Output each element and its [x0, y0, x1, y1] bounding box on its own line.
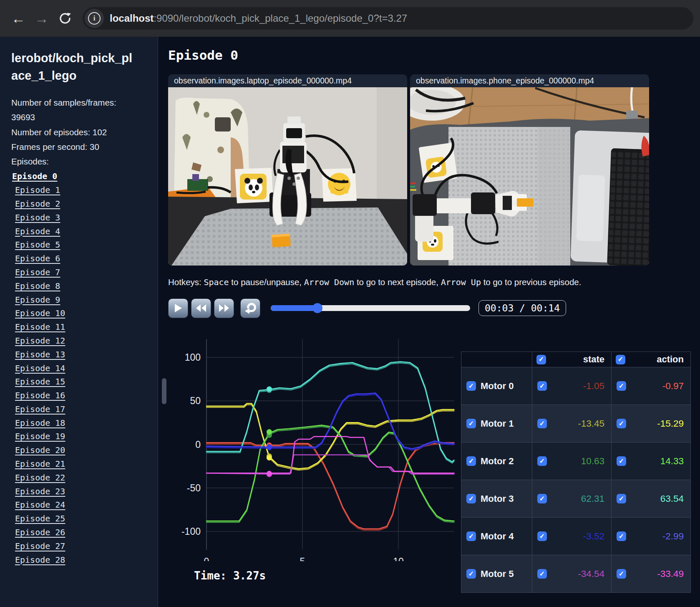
episode-link[interactable]: Episode 5 — [15, 238, 60, 252]
state-value: -13.45 — [578, 418, 604, 429]
episode-link[interactable]: Episode 28 — [15, 553, 65, 567]
episode-list-item: Episode 23 — [15, 485, 158, 498]
state-value: 10.63 — [581, 456, 604, 467]
action-checkbox[interactable] — [617, 531, 626, 541]
motor-checkbox[interactable] — [466, 494, 476, 503]
action-checkbox[interactable] — [617, 569, 626, 579]
episode-link[interactable]: Episode 20 — [15, 443, 65, 457]
episode-list-item: Episode 0 — [15, 169, 158, 183]
episode-link[interactable]: Episode 9 — [15, 293, 60, 307]
episode-link[interactable]: Episode 7 — [15, 266, 60, 279]
play-button[interactable] — [168, 298, 188, 318]
episode-link[interactable]: Episode 2 — [15, 197, 60, 211]
action-checkbox[interactable] — [617, 381, 626, 391]
chart-time-label: Time: 3.27s — [194, 569, 461, 582]
episode-link[interactable]: Episode 15 — [15, 375, 65, 389]
motor-checkbox[interactable] — [466, 381, 476, 391]
episode-list-item: Episode 3 — [15, 211, 158, 225]
episode-link[interactable]: Episode 0 — [12, 169, 57, 183]
state-checkbox[interactable] — [537, 531, 547, 541]
motor-table: state action Motor 0-1.05-0.97Motor 1-13… — [461, 352, 691, 593]
episode-list-item: Episode 7 — [15, 266, 158, 279]
url-bar[interactable]: i localhost:9090/lerobot/koch_pick_place… — [83, 7, 693, 30]
action-column-checkbox[interactable] — [616, 355, 625, 364]
laptop-video[interactable] — [168, 87, 407, 266]
episode-list-item: Episode 11 — [15, 320, 158, 334]
episode-link[interactable]: Episode 22 — [15, 471, 65, 485]
episode-list-item: Episode 10 — [15, 306, 158, 320]
episode-link[interactable]: Episode 4 — [15, 225, 60, 238]
phone-video[interactable] — [410, 87, 649, 266]
motor-row: Motor 5-34.54-33.49 — [461, 555, 691, 593]
episode-link[interactable]: Episode 27 — [15, 539, 65, 553]
motor-checkbox[interactable] — [466, 531, 476, 541]
play-icon — [174, 303, 183, 313]
motor-chart[interactable]: 100500-50-1000510 — [158, 331, 461, 561]
site-info-button[interactable]: i — [85, 9, 104, 28]
episode-link[interactable]: Episode 24 — [15, 498, 65, 512]
action-value: -33.49 — [657, 569, 684, 579]
episode-link[interactable]: Episode 17 — [15, 402, 65, 416]
url-host: localhost — [110, 13, 154, 24]
back-icon[interactable]: ← — [7, 7, 30, 30]
state-column-checkbox[interactable] — [536, 355, 546, 364]
loop-button[interactable] — [240, 298, 260, 318]
svg-text:0: 0 — [204, 556, 209, 561]
episode-link[interactable]: Episode 10 — [15, 306, 65, 320]
forward-icon[interactable]: → — [30, 7, 53, 30]
action-checkbox[interactable] — [617, 456, 626, 466]
motor-row: Motor 362.3163.54 — [461, 480, 691, 518]
episode-list-item: Episode 24 — [15, 498, 158, 512]
episode-link[interactable]: Episode 1 — [15, 183, 60, 197]
episode-list-item: Episode 8 — [15, 279, 158, 293]
motor-row: Motor 210.6314.33 — [461, 443, 691, 480]
episode-link[interactable]: Episode 8 — [15, 279, 60, 293]
episode-list-item: Episode 14 — [15, 362, 158, 375]
episode-link[interactable]: Episode 21 — [15, 457, 65, 471]
reload-icon[interactable] — [53, 7, 77, 30]
episode-list-item: Episode 27 — [15, 539, 158, 553]
motor-checkbox[interactable] — [466, 456, 476, 466]
state-checkbox[interactable] — [537, 456, 547, 466]
action-checkbox[interactable] — [617, 494, 626, 503]
episode-link[interactable]: Episode 11 — [15, 320, 65, 334]
video-label-laptop: observation.images.laptop_episode_000000… — [168, 74, 407, 87]
episode-list-item: Episode 2 — [15, 197, 158, 211]
episode-link[interactable]: Episode 18 — [15, 416, 65, 430]
state-checkbox[interactable] — [537, 494, 547, 503]
svg-text:-100: -100 — [181, 526, 201, 537]
rewind-button[interactable] — [191, 298, 211, 318]
episode-link[interactable]: Episode 14 — [15, 362, 65, 375]
episode-link[interactable]: Episode 13 — [15, 348, 65, 362]
episode-link[interactable]: Episode 19 — [15, 430, 65, 443]
video-panel-laptop: observation.images.laptop_episode_000000… — [168, 74, 407, 266]
action-checkbox[interactable] — [617, 419, 626, 428]
state-checkbox[interactable] — [537, 419, 547, 428]
rewind-icon — [195, 304, 207, 313]
seek-slider[interactable] — [271, 305, 470, 311]
video-label-phone: observation.images.phone_episode_000000.… — [410, 74, 649, 87]
episode-link[interactable]: Episode 23 — [15, 485, 65, 498]
episode-link[interactable]: Episode 26 — [15, 526, 65, 539]
episode-link[interactable]: Episode 6 — [15, 252, 60, 266]
scrollbar-thumb[interactable] — [162, 378, 166, 404]
state-checkbox[interactable] — [537, 381, 547, 391]
slider-thumb[interactable] — [312, 303, 322, 313]
video-panel-phone: observation.images.phone_episode_000000.… — [410, 74, 649, 266]
stat-fps: Frames per second: 30 — [11, 139, 136, 154]
episode-link[interactable]: Episode 25 — [15, 512, 65, 526]
episode-list-item: Episode 18 — [15, 416, 158, 430]
motor-checkbox[interactable] — [466, 419, 476, 428]
state-value: -34.54 — [578, 569, 604, 579]
info-icon: i — [88, 12, 101, 25]
motor-row: Motor 4-3.52-2.99 — [461, 518, 691, 555]
episode-link[interactable]: Episode 16 — [15, 389, 65, 402]
motor-checkbox[interactable] — [466, 569, 476, 579]
episode-list-item: Episode 21 — [15, 457, 158, 471]
state-checkbox[interactable] — [537, 569, 547, 579]
episode-link[interactable]: Episode 3 — [15, 211, 60, 225]
hotkey-name: Space — [204, 277, 229, 287]
svg-text:5: 5 — [300, 556, 305, 561]
episode-link[interactable]: Episode 12 — [15, 334, 65, 348]
fast-forward-button[interactable] — [214, 298, 234, 318]
